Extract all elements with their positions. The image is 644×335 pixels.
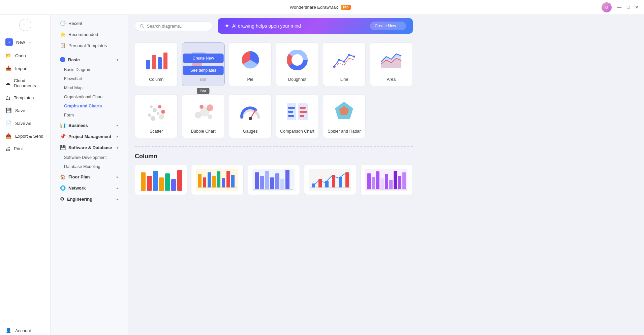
svg-rect-66 xyxy=(255,172,259,189)
sidebar-export[interactable]: 📤 Export & Send xyxy=(0,130,50,142)
svg-rect-76 xyxy=(318,179,322,188)
svg-rect-40 xyxy=(288,111,293,113)
svg-rect-89 xyxy=(394,171,397,189)
create-now-button[interactable]: Create Now → xyxy=(370,22,406,30)
sidebar-cloud[interactable]: ☁ Cloud Documents xyxy=(0,75,50,92)
top-bar: ✦ AI drawing helps open your mind Create… xyxy=(128,15,420,37)
sidebar-wide: 🕐 Recent ⭐ Recommended 📋 Personal Templa… xyxy=(51,15,128,335)
maximize-icon[interactable]: □ xyxy=(627,5,630,10)
chart-card-bubble[interactable]: Bubble Chart xyxy=(182,94,224,138)
chart-card-line[interactable]: Line xyxy=(323,42,366,86)
bar-tooltip: Bar xyxy=(197,88,210,94)
new-icon: ＋ xyxy=(5,38,13,46)
sidebar-category-network[interactable]: 🌐 Network ▸ xyxy=(53,182,125,193)
sidebar-subitem-db-modeling[interactable]: Database Modeling xyxy=(53,162,125,171)
business-icon: 📊 xyxy=(60,123,66,128)
chart-card-scatter[interactable]: Scatter xyxy=(135,94,178,138)
cloud-icon: ☁ xyxy=(5,80,10,86)
svg-rect-88 xyxy=(389,180,393,189)
spider-label: Spider and Radar xyxy=(328,129,361,134)
sidebar-subitem-graphs-charts[interactable]: Graphs and Charts xyxy=(53,102,125,110)
saveas-icon: 📄 xyxy=(5,120,12,126)
project-icon: 📌 xyxy=(60,134,66,139)
sidebar-recommended[interactable]: ⭐ Recommended xyxy=(53,29,125,40)
chart-card-gauges[interactable]: Gauges xyxy=(229,94,272,138)
svg-rect-59 xyxy=(212,176,216,188)
save-label: Save xyxy=(15,108,25,113)
template-card-3[interactable] xyxy=(248,165,300,195)
import-icon: 📥 xyxy=(5,65,12,71)
sidebar-category-basic[interactable]: Basic ▾ xyxy=(53,54,125,65)
see-templates-button[interactable]: See templates xyxy=(183,66,224,75)
sidebar-subitem-org-chart[interactable]: Organizational Chart xyxy=(53,93,125,101)
svg-rect-48 xyxy=(147,176,152,191)
chart-card-area[interactable]: Area xyxy=(370,42,412,86)
sidebar-category-business[interactable]: 📊 Business ▸ xyxy=(53,120,125,131)
template-card-2[interactable] xyxy=(191,165,243,195)
sidebar-account[interactable]: 👤 Account xyxy=(0,324,50,335)
create-new-button[interactable]: Create New xyxy=(183,54,224,63)
bubble-preview xyxy=(190,100,217,124)
svg-point-23 xyxy=(151,116,155,121)
chart-card-column[interactable]: Column xyxy=(135,42,178,86)
chart-card-comparison[interactable]: Comparison Chart xyxy=(276,94,318,138)
basic-chevron-icon: ▾ xyxy=(117,58,118,62)
svg-rect-85 xyxy=(376,171,379,189)
ai-banner-text: AI drawing helps open your mind xyxy=(232,23,301,29)
close-icon[interactable]: ✕ xyxy=(635,5,639,10)
sidebar-category-project[interactable]: 📌 Project Management ▸ xyxy=(53,131,125,142)
template-card-5[interactable] xyxy=(360,165,412,195)
sidebar-print[interactable]: 🖨 Print xyxy=(0,142,50,155)
sidebar-subitem-flowchart[interactable]: Flowchart xyxy=(53,74,125,83)
search-box[interactable] xyxy=(135,21,212,31)
chart-card-doughnut[interactable]: Doughnut xyxy=(276,42,318,86)
sidebar-category-engineering[interactable]: ⚙ Engineering ▸ xyxy=(53,194,125,204)
line-preview xyxy=(331,48,358,72)
sidebar-open[interactable]: 📂 Open xyxy=(0,49,50,62)
minimize-icon[interactable]: — xyxy=(617,5,621,10)
sidebar-templates[interactable]: 🗂 Templates xyxy=(0,92,50,104)
sidebar-import[interactable]: 📥 Import xyxy=(0,62,50,75)
search-input[interactable] xyxy=(147,24,207,29)
template-card-1[interactable] xyxy=(135,165,187,195)
saveas-label: Save As xyxy=(15,121,31,126)
network-chevron-icon: ▸ xyxy=(117,186,118,190)
engineering-icon: ⚙ xyxy=(60,196,64,202)
sidebar-recent[interactable]: 🕐 Recent xyxy=(53,18,125,29)
sidebar-new[interactable]: ＋ New ＋ xyxy=(0,35,50,49)
svg-rect-39 xyxy=(288,107,295,109)
svg-rect-90 xyxy=(398,176,401,189)
pro-badge: Pro xyxy=(341,5,351,10)
back-button[interactable]: ← xyxy=(0,15,50,35)
template-card-4[interactable] xyxy=(304,165,356,195)
sidebar-subitem-basic-diagram[interactable]: Basic Diagram xyxy=(53,65,125,74)
gauges-label: Gauges xyxy=(243,129,258,134)
sidebar-subitem-mindmap[interactable]: Mind Map xyxy=(53,83,125,92)
engineering-chevron-icon: ▸ xyxy=(117,197,118,201)
svg-rect-75 xyxy=(312,183,315,188)
svg-rect-2 xyxy=(146,60,150,69)
svg-rect-41 xyxy=(288,115,294,117)
sidebar-narrow: ← ＋ New ＋ 📂 Open 📥 Import ☁ Cloud Docume… xyxy=(0,15,51,335)
sidebar-category-floor-plan[interactable]: 🏠 Floor Plan ▸ xyxy=(53,171,125,182)
column-preview xyxy=(143,48,170,72)
chart-card-spider[interactable]: Spider and Radar xyxy=(323,94,366,138)
sidebar-category-software-db[interactable]: 💾 Software & Database ▾ xyxy=(53,142,125,153)
svg-rect-67 xyxy=(260,176,264,189)
bar-hover-overlay: Create New See templates xyxy=(183,54,224,75)
svg-point-26 xyxy=(159,114,164,120)
comparison-label: Comparison Chart xyxy=(280,129,314,134)
sidebar-saveas[interactable]: 📄 Save As xyxy=(0,117,50,130)
svg-rect-84 xyxy=(372,177,375,189)
sidebar-subitem-form[interactable]: Form xyxy=(53,111,125,120)
sidebar-subitem-sw-dev[interactable]: Software Development xyxy=(53,153,125,162)
chart-card-pie[interactable]: Pie xyxy=(229,42,272,86)
open-icon: 📂 xyxy=(5,53,12,59)
basic-icon xyxy=(60,57,65,62)
chart-card-bar[interactable]: Bar Create New See templates Bar xyxy=(182,42,224,86)
svg-rect-87 xyxy=(385,174,388,189)
personal-icon: 📋 xyxy=(60,43,66,48)
sidebar-personal-templates[interactable]: 📋 Personal Templates xyxy=(53,40,125,51)
svg-rect-52 xyxy=(171,179,176,191)
sidebar-save[interactable]: 💾 Save xyxy=(0,104,50,117)
